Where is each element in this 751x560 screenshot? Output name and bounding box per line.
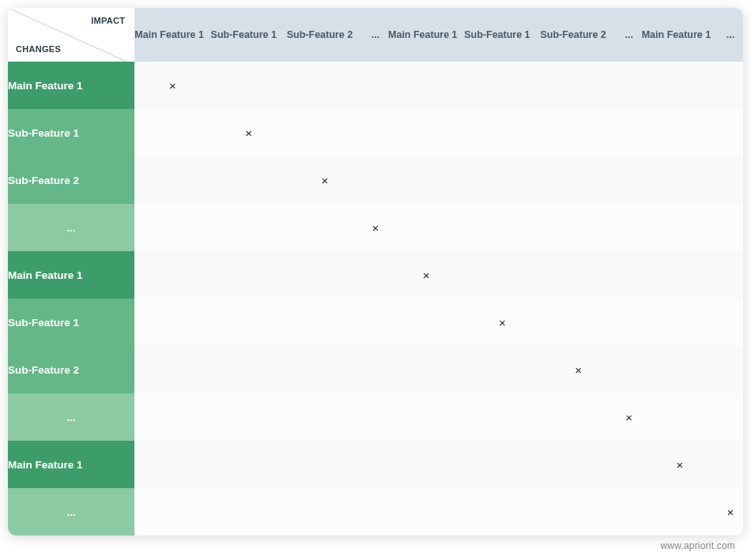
matrix-cell bbox=[718, 156, 743, 204]
matrix-cell bbox=[388, 156, 464, 204]
matrix-cell: × bbox=[540, 346, 616, 393]
matrix-cell bbox=[287, 488, 363, 536]
row-header: ... bbox=[8, 393, 134, 441]
matrix-cell bbox=[134, 441, 210, 488]
matrix-cell bbox=[642, 346, 718, 393]
row-header: ... bbox=[8, 204, 134, 251]
matrix-cell bbox=[211, 156, 287, 204]
matrix-cell bbox=[718, 299, 743, 346]
matrix-cell bbox=[617, 109, 642, 156]
x-mark-icon: × bbox=[423, 269, 430, 282]
matrix-cell bbox=[642, 204, 718, 251]
matrix-body: Main Feature 1×Sub-Feature 1×Sub-Feature… bbox=[8, 62, 743, 536]
matrix-cell bbox=[464, 488, 540, 536]
x-mark-icon: × bbox=[499, 316, 506, 329]
table-row: Sub-Feature 1× bbox=[8, 299, 743, 346]
matrix-cell bbox=[287, 62, 363, 109]
column-header: Sub-Feature 2 bbox=[287, 8, 363, 62]
matrix-cell bbox=[211, 251, 287, 299]
matrix-cell bbox=[718, 109, 743, 156]
x-mark-icon: × bbox=[625, 411, 632, 424]
matrix-cell: × bbox=[134, 62, 210, 109]
matrix-cell bbox=[540, 62, 616, 109]
matrix-cell: × bbox=[617, 393, 642, 441]
matrix-cell bbox=[464, 62, 540, 109]
matrix-wrapper: IMPACT CHANGES Main Feature 1Sub-Feature… bbox=[8, 8, 743, 536]
column-header: Main Feature 1 bbox=[642, 8, 718, 62]
table-row: ...× bbox=[8, 488, 743, 536]
matrix-cell bbox=[211, 488, 287, 536]
matrix-cell bbox=[211, 393, 287, 441]
matrix-cell bbox=[134, 251, 210, 299]
row-header: Main Feature 1 bbox=[8, 251, 134, 299]
matrix-cell bbox=[617, 62, 642, 109]
matrix-cell bbox=[617, 488, 642, 536]
table-row: Main Feature 1× bbox=[8, 62, 743, 109]
matrix-cell bbox=[617, 441, 642, 488]
column-header: ... bbox=[617, 8, 642, 62]
matrix-cell bbox=[464, 393, 540, 441]
matrix-cell bbox=[540, 109, 616, 156]
matrix-cell bbox=[617, 251, 642, 299]
matrix-cell bbox=[388, 109, 464, 156]
matrix-cell bbox=[617, 204, 642, 251]
column-header: Sub-Feature 1 bbox=[464, 8, 540, 62]
matrix-cell bbox=[287, 204, 363, 251]
matrix-cell bbox=[388, 441, 464, 488]
matrix-cell bbox=[363, 156, 388, 204]
matrix-cell bbox=[642, 488, 718, 536]
row-header: Sub-Feature 2 bbox=[8, 156, 134, 204]
table-row: Main Feature 1× bbox=[8, 251, 743, 299]
matrix-cell bbox=[540, 488, 616, 536]
matrix-cell bbox=[211, 346, 287, 393]
matrix-cell bbox=[464, 346, 540, 393]
matrix-cell bbox=[617, 156, 642, 204]
matrix-cell bbox=[388, 488, 464, 536]
matrix-cell: × bbox=[211, 109, 287, 156]
matrix-cell bbox=[287, 441, 363, 488]
matrix-cell bbox=[134, 109, 210, 156]
matrix-cell bbox=[540, 204, 616, 251]
matrix-cell bbox=[388, 393, 464, 441]
matrix-cell: × bbox=[464, 299, 540, 346]
matrix-cell bbox=[642, 299, 718, 346]
matrix-cell: × bbox=[363, 204, 388, 251]
matrix-cell bbox=[718, 204, 743, 251]
matrix-cell bbox=[388, 299, 464, 346]
x-mark-icon: × bbox=[321, 174, 328, 187]
matrix-cell bbox=[363, 299, 388, 346]
table-row: ...× bbox=[8, 204, 743, 251]
row-header: ... bbox=[8, 488, 134, 536]
matrix-cell bbox=[134, 393, 210, 441]
matrix-cell bbox=[211, 441, 287, 488]
matrix-cell bbox=[642, 156, 718, 204]
matrix-cell: × bbox=[642, 441, 718, 488]
matrix-cell: × bbox=[388, 251, 464, 299]
column-header: Main Feature 1 bbox=[388, 8, 464, 62]
matrix-cell bbox=[287, 299, 363, 346]
matrix-cell bbox=[134, 488, 210, 536]
matrix-cell bbox=[388, 62, 464, 109]
matrix-cell bbox=[211, 299, 287, 346]
corner-cell: IMPACT CHANGES bbox=[8, 8, 134, 62]
corner-impact-label: IMPACT bbox=[91, 16, 125, 25]
row-header: Sub-Feature 1 bbox=[8, 299, 134, 346]
matrix-cell bbox=[642, 62, 718, 109]
matrix-cell bbox=[287, 346, 363, 393]
attribution-text: www.apriorit.com bbox=[8, 536, 743, 551]
table-row: Main Feature 1× bbox=[8, 441, 743, 488]
matrix-cell bbox=[718, 62, 743, 109]
matrix-cell bbox=[363, 393, 388, 441]
table-row: Sub-Feature 1× bbox=[8, 109, 743, 156]
x-mark-icon: × bbox=[727, 506, 734, 519]
matrix-cell bbox=[134, 204, 210, 251]
impact-matrix-table: IMPACT CHANGES Main Feature 1Sub-Feature… bbox=[8, 8, 743, 536]
x-mark-icon: × bbox=[169, 79, 176, 92]
column-header: Sub-Feature 2 bbox=[540, 8, 616, 62]
matrix-cell bbox=[464, 204, 540, 251]
matrix-cell bbox=[464, 156, 540, 204]
matrix-cell bbox=[134, 346, 210, 393]
matrix-cell bbox=[540, 156, 616, 204]
matrix-cell bbox=[363, 441, 388, 488]
matrix-cell bbox=[388, 204, 464, 251]
